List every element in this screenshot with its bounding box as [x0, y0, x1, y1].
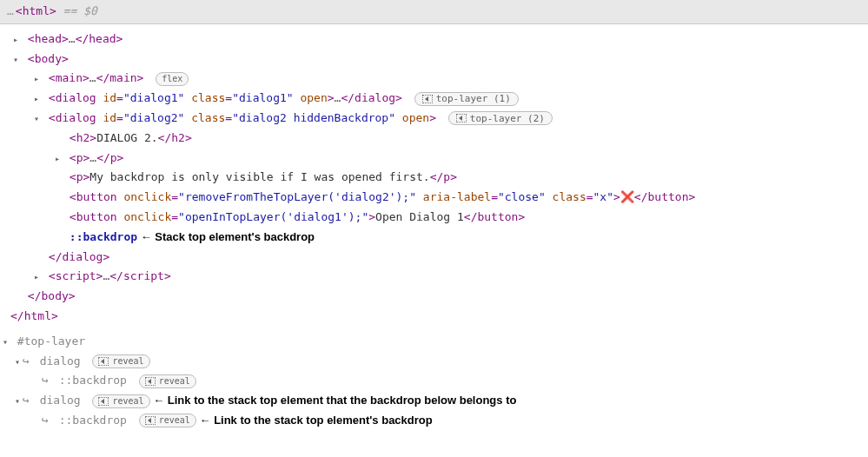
breadcrumb-bar: …<html> == $0 [0, 0, 868, 24]
dialog2-node-close[interactable]: </dialog> [0, 248, 868, 268]
top-layer-element-label: dialog [40, 354, 81, 368]
top-layer-element-label: dialog [40, 394, 81, 407]
body-node-close[interactable]: </body> [0, 287, 868, 307]
link-arrow-icon: ↪ [23, 354, 30, 368]
link-arrow-icon: ↪ [23, 394, 30, 407]
collapse-toggle-icon[interactable] [0, 335, 10, 349]
close-button-node[interactable]: <button onclick="removeFromTheTopLayer('… [0, 188, 868, 208]
annotation-text: Link to the stack top element's backdrop [214, 414, 433, 427]
reveal-icon [422, 95, 433, 103]
reveal-icon [145, 416, 156, 425]
console-selector: == $0 [56, 4, 97, 17]
dom-tree[interactable]: <head>…</head> <body> <main>…</main> fle… [0, 24, 868, 332]
collapse-toggle-icon[interactable] [10, 53, 21, 67]
body-node-open[interactable]: <body> [0, 50, 868, 70]
top-layer-element-label: ::backdrop [59, 374, 127, 387]
expand-toggle-icon[interactable] [31, 92, 42, 106]
open-dialog1-button-node[interactable]: <button onclick="openInTopLayer('dialog1… [0, 208, 868, 228]
backdrop-pseudo-node[interactable]: ::backdrop ← Stack top element's backdro… [0, 228, 868, 248]
reveal-icon [98, 357, 109, 366]
p-text-node[interactable]: <p>My backdrop is only visible if I was … [0, 168, 868, 188]
collapse-toggle-icon[interactable] [12, 394, 23, 408]
top-layer-row[interactable]: ↪ ::backdrop reveal ← Link to the stack … [0, 411, 868, 431]
head-node[interactable]: <head>…</head> [0, 30, 868, 50]
html-node-close[interactable]: </html> [0, 307, 868, 327]
reveal-icon [145, 377, 156, 386]
top-layer-row[interactable]: ↪ ::backdrop reveal [0, 371, 868, 391]
top-layer-element-label: ::backdrop [59, 414, 127, 427]
reveal-badge[interactable]: reveal [139, 374, 196, 388]
h2-node[interactable]: <h2>DIALOG 2.</h2> [0, 129, 868, 149]
script-node[interactable]: <script>…</script> [0, 267, 868, 287]
expand-toggle-icon[interactable] [10, 33, 21, 47]
top-layer-badge-1[interactable]: top-layer (1) [414, 92, 519, 106]
link-arrow-icon: ↪ [42, 374, 49, 387]
close-x-icon: ❌ [620, 190, 634, 203]
link-arrow-icon: ↪ [42, 414, 49, 427]
main-node[interactable]: <main>…</main> flex [0, 69, 868, 89]
top-layer-badge-2[interactable]: top-layer (2) [448, 111, 553, 125]
expand-toggle-icon[interactable] [31, 72, 42, 86]
annotation-text: Stack top element's backdrop [155, 230, 315, 243]
ellipsis-icon: … [7, 4, 14, 17]
top-layer-row[interactable]: ↪ dialog reveal ← Link to the stack top … [0, 391, 868, 411]
collapse-toggle-icon[interactable] [31, 112, 42, 126]
reveal-badge[interactable]: reveal [139, 414, 196, 427]
reveal-icon [98, 397, 109, 406]
annotation-text: Link to the stack top element that the b… [168, 394, 517, 407]
expand-toggle-icon[interactable] [52, 152, 63, 166]
dialog2-node-open[interactable]: <dialog id="dialog2" class="dialog2 hidd… [0, 109, 868, 129]
top-layer-header[interactable]: #top-layer [0, 332, 868, 352]
p-collapsed-node[interactable]: <p>…</p> [0, 149, 868, 169]
top-layer-section[interactable]: #top-layer ↪ dialog reveal↪ ::backdrop r… [0, 332, 868, 440]
top-layer-row[interactable]: ↪ dialog reveal [0, 352, 868, 372]
reveal-badge[interactable]: reveal [92, 354, 149, 368]
dialog1-node[interactable]: <dialog id="dialog1" class="dialog1" ope… [0, 89, 868, 109]
collapse-toggle-icon[interactable] [12, 355, 23, 369]
reveal-icon [456, 114, 467, 123]
flex-badge[interactable]: flex [156, 72, 189, 86]
root-html-tag[interactable]: <html> [16, 4, 56, 17]
expand-toggle-icon[interactable] [31, 270, 42, 284]
reveal-badge[interactable]: reveal [92, 394, 149, 408]
